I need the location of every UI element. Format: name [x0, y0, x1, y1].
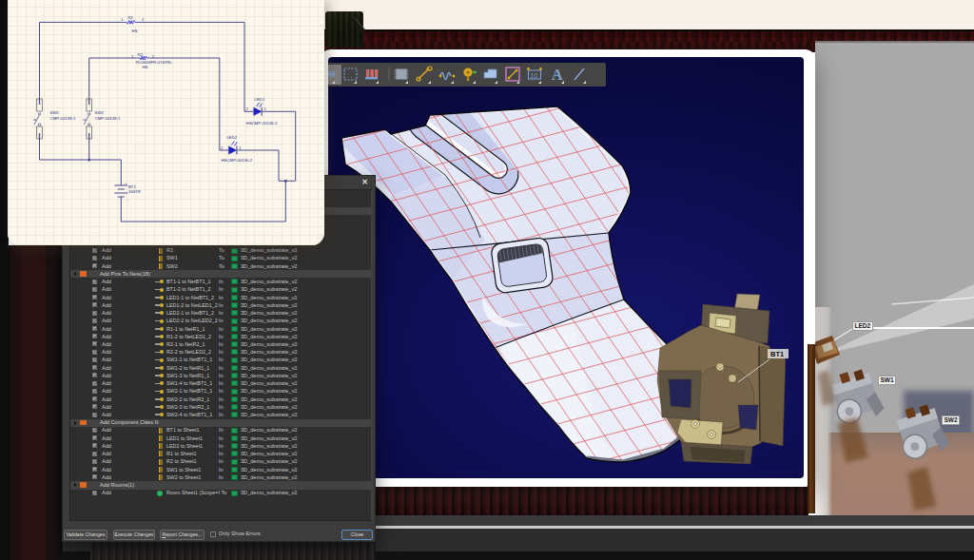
svg-text:HS: HS: [143, 65, 148, 69]
svg-text:2: 2: [246, 106, 249, 111]
svg-text:R1: R1: [128, 15, 134, 20]
svg-text:2: 2: [142, 17, 145, 22]
svg-text:RC0603FR-0747RL: RC0603FR-0747RL: [136, 60, 173, 65]
svg-text:HS: HS: [132, 29, 138, 33]
svg-text:1: 1: [264, 106, 267, 111]
svg-text:2: 2: [221, 145, 224, 150]
svg-text:LED2: LED2: [226, 135, 237, 140]
svg-text:A: A: [552, 67, 563, 83]
svg-text:BT1: BT1: [770, 350, 784, 358]
svg-text:HSCMP-00136-2: HSCMP-00136-2: [222, 158, 253, 163]
svg-text:+: +: [125, 181, 127, 185]
svg-text:304TR: 304TR: [128, 189, 141, 194]
svg-text:LED1: LED1: [255, 97, 265, 102]
svg-text:HSCMP-00136-2: HSCMP-00136-2: [246, 121, 278, 126]
svg-text:10: 10: [531, 72, 538, 79]
svg-text:CMP-00138-1: CMP-00138-1: [50, 116, 76, 121]
svg-text:1: 1: [121, 17, 124, 22]
svg-text:1: 1: [239, 145, 242, 150]
svg-text:SW2: SW2: [95, 110, 105, 115]
svg-text:R2: R2: [137, 52, 143, 57]
svg-text:-: -: [127, 197, 129, 202]
svg-text:SW1: SW1: [50, 110, 60, 115]
svg-text:CMP-00138-1: CMP-00138-1: [95, 116, 121, 121]
